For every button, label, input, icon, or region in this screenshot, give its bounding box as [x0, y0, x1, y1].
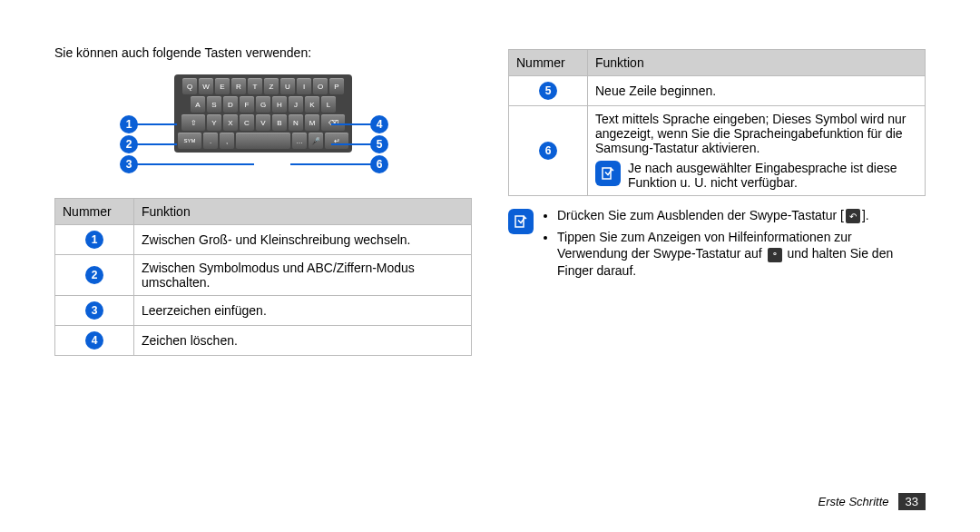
- callout-3: 3: [120, 155, 138, 173]
- row-note: Je nach ausgewählter Eingabesprache ist …: [628, 161, 917, 190]
- col-header-function: Funktion: [588, 50, 926, 76]
- tip-block: Drücken Sie zum Ausblenden der Swype-Tas…: [508, 207, 926, 284]
- callout-1: 1: [120, 115, 138, 133]
- callout-line-5: [331, 143, 372, 145]
- keyboard-figure: QWERTZUIOP ASDFGHJKL ⇧YXCVBNM⌫ SYM.,…🎤↵ …: [54, 71, 472, 189]
- table-row: 1 Zwischen Groß- und Kleinschreibung wec…: [55, 225, 472, 255]
- left-table: Nummer Funktion 1 Zwischen Groß- und Kle…: [54, 198, 472, 356]
- row-number: 4: [85, 331, 103, 350]
- right-column: Nummer Funktion 5 Neue Zeile beginnen. 6…: [508, 45, 926, 356]
- keyboard-image: QWERTZUIOP ASDFGHJKL ⇧YXCVBNM⌫ SYM.,…🎤↵: [174, 74, 352, 153]
- table-row: 3 Leerzeichen einfügen.: [55, 296, 472, 326]
- callout-line-2: [136, 143, 177, 145]
- tip-pre: Drücken Sie zum Ausblenden der Swype-Tas…: [557, 208, 844, 222]
- back-icon: ↶: [846, 209, 860, 223]
- callout-2: 2: [120, 135, 138, 153]
- table-row: 2 Zwischen Symbolmodus und ABC/Ziffern-M…: [55, 255, 472, 296]
- row-number: 6: [539, 142, 557, 160]
- footer-section: Erste Schritte: [818, 495, 889, 508]
- table-row: 6 Text mittels Sprache eingeben; Dieses …: [509, 106, 926, 196]
- row-text: Text mittels Sprache eingeben; Dieses Sy…: [595, 112, 917, 155]
- callout-6: 6: [370, 155, 388, 173]
- table-row: 4 Zeichen löschen.: [55, 326, 472, 356]
- row-text-with-note: Text mittels Sprache eingeben; Dieses Sy…: [588, 106, 926, 196]
- row-number: 2: [85, 266, 103, 284]
- col-header-function: Funktion: [134, 199, 472, 225]
- row-text: Leerzeichen einfügen.: [134, 296, 472, 326]
- tip-item: Drücken Sie zum Ausblenden der Swype-Tas…: [557, 207, 926, 223]
- row-text: Zwischen Groß- und Kleinschreibung wechs…: [134, 225, 472, 255]
- footer-page-number: 33: [898, 493, 926, 510]
- intro-text: Sie können auch folgende Tasten verwende…: [54, 45, 472, 60]
- col-header-number: Nummer: [55, 199, 134, 225]
- callout-line-6: [290, 163, 372, 165]
- callout-line-1: [136, 123, 177, 125]
- row-number: 3: [85, 301, 103, 320]
- note-icon: [508, 209, 534, 234]
- left-column: Sie können auch folgende Tasten verwende…: [54, 45, 472, 356]
- row-number: 1: [85, 231, 103, 249]
- right-table: Nummer Funktion 5 Neue Zeile beginnen. 6…: [508, 49, 926, 196]
- table-row: 5 Neue Zeile beginnen.: [509, 76, 926, 106]
- callout-line-4: [331, 123, 372, 125]
- swype-help-icon: ᵒ: [768, 248, 782, 262]
- tip-post: ].: [862, 208, 869, 222]
- page-footer: Erste Schritte 33: [818, 493, 926, 510]
- callout-4: 4: [370, 115, 388, 133]
- callout-5: 5: [370, 135, 388, 153]
- row-text: Zwischen Symbolmodus und ABC/Ziffern-Mod…: [134, 255, 472, 296]
- col-header-number: Nummer: [509, 50, 588, 76]
- tip-item: Tippen Sie zum Anzeigen von Hilfeinforma…: [557, 229, 926, 279]
- row-text: Neue Zeile beginnen.: [588, 76, 926, 106]
- row-number: 5: [539, 82, 557, 100]
- row-text: Zeichen löschen.: [134, 326, 472, 356]
- callout-line-3: [136, 163, 254, 165]
- note-icon: [595, 161, 621, 186]
